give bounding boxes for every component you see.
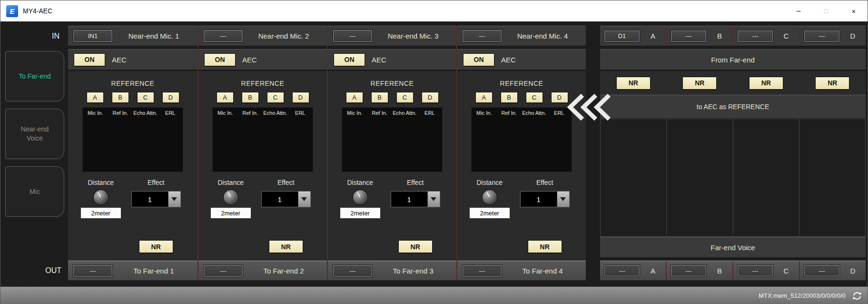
far-end-output-cell-a: --- A bbox=[600, 261, 666, 280]
far-end-nr-button-d[interactable]: NR bbox=[815, 77, 849, 90]
reference-c-button[interactable]: C bbox=[267, 92, 284, 103]
distance-effect-labels: Distance Effect bbox=[337, 179, 447, 186]
nr-button[interactable]: NR bbox=[269, 240, 303, 253]
aec-on-button[interactable]: ON bbox=[334, 53, 365, 66]
dropdown-arrow-icon[interactable] bbox=[427, 192, 440, 207]
effect-label: Effect bbox=[383, 179, 447, 186]
far-end-input-letter: D bbox=[840, 32, 866, 40]
nr-button[interactable]: NR bbox=[528, 240, 562, 253]
reference-label: REFERENCE bbox=[111, 80, 155, 87]
effect-select[interactable]: 1 bbox=[391, 191, 440, 207]
far-end-output-letter: A bbox=[640, 267, 666, 275]
far-end-nr-button-c[interactable]: NR bbox=[749, 77, 783, 90]
channel-body: REFERENCE A B C D Mic In. Ref In. Echo A… bbox=[68, 71, 197, 261]
far-end-output-patch-button[interactable]: --- bbox=[671, 264, 707, 277]
aec-on-button[interactable]: ON bbox=[463, 53, 494, 66]
reference-label: REFERENCE bbox=[500, 80, 543, 87]
reference-a-button[interactable]: A bbox=[87, 92, 104, 103]
window-title: MY4-AEC bbox=[23, 7, 52, 15]
distance-effect-controls: 2meter 1 bbox=[207, 190, 318, 218]
reference-d-button[interactable]: D bbox=[292, 92, 309, 103]
reference-d-button[interactable]: D bbox=[162, 92, 179, 103]
far-end-output-patch-button[interactable]: --- bbox=[804, 264, 840, 277]
aec-on-button[interactable]: ON bbox=[74, 53, 105, 66]
channel-strips: IN1 Near-end Mic. 1 ON AEC REFERENCE A B… bbox=[68, 21, 586, 286]
reference-a-button[interactable]: A bbox=[346, 92, 363, 103]
output-patch-button[interactable]: --- bbox=[462, 264, 502, 277]
far-end-nr-button-b[interactable]: NR bbox=[682, 77, 717, 90]
output-patch-button[interactable]: --- bbox=[73, 264, 113, 277]
far-end-output-letter: D bbox=[840, 267, 866, 275]
far-end-input-patch-button[interactable]: --- bbox=[671, 30, 707, 42]
input-patch-button[interactable]: IN1 bbox=[73, 30, 113, 42]
tab-to-far-end[interactable]: To Far-end bbox=[5, 51, 64, 101]
input-patch-button[interactable]: --- bbox=[203, 30, 243, 42]
input-patch-button[interactable]: --- bbox=[462, 30, 502, 42]
channel-input-header: IN1 Near-end Mic. 1 bbox=[68, 26, 197, 46]
distance-knob[interactable] bbox=[224, 190, 238, 204]
output-patch-button[interactable]: --- bbox=[333, 264, 373, 277]
far-end-input-patch-button[interactable]: --- bbox=[804, 30, 840, 42]
input-patch-button[interactable]: --- bbox=[333, 30, 373, 42]
reference-a-button[interactable]: A bbox=[475, 92, 493, 103]
far-end-nr-button-a[interactable]: NR bbox=[616, 77, 651, 90]
distance-effect-labels: Distance Effect bbox=[78, 179, 188, 186]
distance-value: 2meter bbox=[211, 208, 251, 218]
nr-button[interactable]: NR bbox=[139, 240, 173, 253]
reference-b-button[interactable]: B bbox=[501, 92, 518, 103]
close-button[interactable]: × bbox=[840, 0, 868, 21]
far-end-input-letter: B bbox=[707, 32, 732, 40]
effect-value: 1 bbox=[132, 192, 168, 207]
tab-mic[interactable]: Mic bbox=[5, 166, 64, 217]
output-patch-button[interactable]: --- bbox=[203, 264, 243, 277]
far-end-output-patch-button[interactable]: --- bbox=[737, 264, 773, 277]
tab-near-end-voice[interactable]: Near-end Voice bbox=[5, 109, 64, 159]
distance-effect-controls: 2meter 1 bbox=[78, 190, 188, 218]
reference-b-button[interactable]: B bbox=[242, 92, 259, 103]
effect-select[interactable]: 1 bbox=[131, 191, 181, 207]
from-far-end-label: From Far-end bbox=[600, 49, 866, 70]
output-name: To Far-end 3 bbox=[373, 267, 456, 275]
minimize-button[interactable]: – bbox=[785, 0, 812, 21]
my4-aec-editor-window: E MY4-AEC – □ × IN To Far-end Near-end V… bbox=[0, 0, 868, 304]
far-end-nr-row: NR NR NR NR bbox=[600, 71, 866, 95]
far-end-meter-cell bbox=[733, 119, 799, 236]
distance-effect-controls: 2meter 1 bbox=[466, 190, 577, 218]
far-end-meter-cell bbox=[799, 119, 865, 236]
far-end-meter-cell bbox=[601, 119, 666, 236]
reference-c-button[interactable]: C bbox=[396, 92, 414, 103]
meter-label-echo-attn: Echo Attn. bbox=[263, 108, 288, 116]
reference-c-button[interactable]: C bbox=[526, 92, 543, 103]
reference-b-button[interactable]: B bbox=[112, 92, 129, 103]
channel-input-header: --- Near-end Mic. 2 bbox=[198, 26, 327, 46]
far-end-input-patch-button[interactable]: D1 bbox=[604, 30, 640, 42]
dropdown-arrow-icon[interactable] bbox=[298, 192, 310, 207]
dropdown-arrow-icon[interactable] bbox=[168, 192, 180, 207]
far-end-input-patch-button[interactable]: --- bbox=[737, 30, 773, 42]
meter-label-mic-in: Mic In. bbox=[472, 108, 497, 116]
nr-row: NR bbox=[337, 240, 447, 253]
distance-knob[interactable] bbox=[483, 190, 497, 204]
distance-knob[interactable] bbox=[353, 190, 367, 204]
far-end-voice-label: Far-end Voice bbox=[600, 237, 866, 258]
effect-label: Effect bbox=[124, 179, 188, 186]
distance-knob[interactable] bbox=[94, 190, 108, 204]
aec-on-button[interactable]: ON bbox=[204, 53, 236, 66]
distance-value: 2meter bbox=[340, 208, 380, 218]
channel-output-row: --- To Far-end 4 bbox=[457, 261, 586, 281]
reference-b-button[interactable]: B bbox=[371, 92, 388, 103]
reference-c-button[interactable]: C bbox=[137, 92, 154, 103]
meter-label-mic-in: Mic In. bbox=[83, 108, 108, 116]
reference-a-button[interactable]: A bbox=[217, 92, 234, 103]
effect-select[interactable]: 1 bbox=[520, 191, 570, 207]
maximize-button[interactable]: □ bbox=[812, 0, 840, 21]
effect-select[interactable]: 1 bbox=[261, 191, 311, 207]
nr-button[interactable]: NR bbox=[398, 240, 433, 253]
distance-effect-labels: Distance Effect bbox=[466, 179, 577, 186]
channel-input-header: --- Near-end Mic. 4 bbox=[457, 26, 586, 46]
nr-row: NR bbox=[78, 240, 188, 253]
dropdown-arrow-icon[interactable] bbox=[557, 192, 569, 207]
reference-d-button[interactable]: D bbox=[422, 92, 439, 103]
far-end-output-letter: C bbox=[773, 267, 799, 275]
far-end-output-patch-button[interactable]: --- bbox=[604, 264, 640, 277]
